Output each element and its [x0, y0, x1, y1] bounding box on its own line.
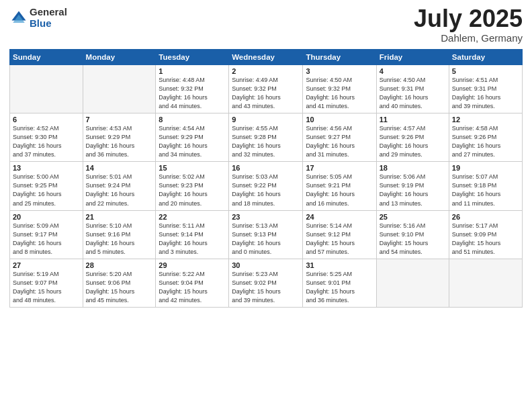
- calendar-cell: 3Sunrise: 4:50 AMSunset: 9:32 PMDaylight…: [303, 65, 376, 113]
- sunset-text: Sunset: 9:29 PM: [86, 133, 153, 142]
- day-number: 25: [380, 213, 446, 221]
- day-number: 17: [306, 164, 373, 172]
- sunrise-text: Sunrise: 4:51 AM: [452, 76, 519, 85]
- sunset-text: Sunset: 9:04 PM: [159, 279, 226, 287]
- sunset-text: Sunset: 9:10 PM: [380, 230, 446, 239]
- sunrise-text: Sunrise: 4:50 AM: [306, 76, 373, 85]
- col-header-friday: Friday: [376, 50, 449, 65]
- calendar-cell: 13Sunrise: 5:00 AMSunset: 9:25 PMDayligh…: [10, 162, 83, 210]
- sunrise-text: Sunrise: 5:25 AM: [306, 270, 373, 279]
- day-number: 29: [159, 261, 226, 269]
- day-info: Sunrise: 5:14 AMSunset: 9:12 PMDaylight:…: [306, 222, 373, 257]
- calendar-cell: 25Sunrise: 5:16 AMSunset: 9:10 PMDayligh…: [376, 210, 449, 259]
- sunrise-text: Sunrise: 5:07 AM: [452, 173, 519, 181]
- day-info: Sunrise: 5:02 AMSunset: 9:23 PMDaylight:…: [159, 173, 226, 208]
- calendar-cell: 18Sunrise: 5:06 AMSunset: 9:19 PMDayligh…: [376, 162, 449, 210]
- daylight-text: Daylight: 16 hoursand 18 minutes.: [232, 190, 300, 208]
- sunrise-text: Sunrise: 5:03 AM: [232, 173, 300, 181]
- sunrise-text: Sunrise: 5:01 AM: [86, 173, 153, 181]
- logo-blue: Blue: [30, 18, 67, 30]
- sunrise-text: Sunrise: 5:23 AM: [232, 270, 300, 279]
- day-info: Sunrise: 4:56 AMSunset: 9:27 PMDaylight:…: [306, 124, 373, 159]
- calendar-week-row: 27Sunrise: 5:19 AMSunset: 9:07 PMDayligh…: [10, 259, 523, 307]
- day-info: Sunrise: 5:16 AMSunset: 9:10 PMDaylight:…: [380, 222, 446, 257]
- sunrise-text: Sunrise: 4:49 AM: [232, 76, 300, 85]
- logo: General Blue: [9, 7, 67, 29]
- daylight-text: Daylight: 16 hoursand 43 minutes.: [232, 93, 300, 111]
- day-number: 23: [232, 213, 300, 221]
- sunrise-text: Sunrise: 5:16 AM: [380, 222, 446, 230]
- daylight-text: Daylight: 16 hoursand 40 minutes.: [380, 93, 446, 111]
- sunrise-text: Sunrise: 4:53 AM: [86, 124, 153, 133]
- sunrise-text: Sunrise: 5:05 AM: [306, 173, 373, 181]
- day-info: Sunrise: 5:05 AMSunset: 9:21 PMDaylight:…: [306, 173, 373, 208]
- sunset-text: Sunset: 9:32 PM: [159, 85, 226, 93]
- day-info: Sunrise: 5:13 AMSunset: 9:13 PMDaylight:…: [232, 222, 300, 257]
- sunrise-text: Sunrise: 5:13 AM: [232, 222, 300, 230]
- day-info: Sunrise: 5:22 AMSunset: 9:04 PMDaylight:…: [159, 270, 226, 305]
- calendar-cell: 9Sunrise: 4:55 AMSunset: 9:28 PMDaylight…: [229, 113, 303, 162]
- daylight-text: Daylight: 16 hoursand 5 minutes.: [86, 239, 153, 257]
- title-block: July 2025 Dahlem, Germany: [414, 7, 523, 44]
- daylight-text: Daylight: 15 hoursand 48 minutes.: [13, 287, 80, 305]
- sunrise-text: Sunrise: 5:06 AM: [380, 173, 446, 181]
- daylight-text: Daylight: 16 hoursand 11 minutes.: [452, 190, 519, 208]
- sunset-text: Sunset: 9:18 PM: [452, 181, 519, 190]
- calendar-week-row: 13Sunrise: 5:00 AMSunset: 9:25 PMDayligh…: [10, 162, 523, 210]
- sunset-text: Sunset: 9:12 PM: [306, 230, 373, 239]
- day-number: 2: [232, 67, 300, 75]
- daylight-text: Daylight: 16 hoursand 34 minutes.: [159, 142, 226, 159]
- sunrise-text: Sunrise: 4:57 AM: [380, 124, 446, 133]
- col-header-sunday: Sunday: [10, 50, 83, 65]
- sunset-text: Sunset: 9:07 PM: [13, 279, 80, 287]
- sunset-text: Sunset: 9:28 PM: [232, 133, 300, 142]
- daylight-text: Daylight: 16 hoursand 13 minutes.: [380, 190, 446, 208]
- day-info: Sunrise: 5:09 AMSunset: 9:17 PMDaylight:…: [13, 222, 80, 257]
- sunrise-text: Sunrise: 4:50 AM: [380, 76, 446, 85]
- calendar-cell: 24Sunrise: 5:14 AMSunset: 9:12 PMDayligh…: [303, 210, 376, 259]
- sunset-text: Sunset: 9:02 PM: [232, 279, 300, 287]
- header: General Blue July 2025 Dahlem, Germany: [9, 7, 523, 44]
- title-location: Dahlem, Germany: [414, 32, 523, 44]
- sunset-text: Sunset: 9:01 PM: [306, 279, 373, 287]
- daylight-text: Daylight: 16 hoursand 20 minutes.: [159, 190, 226, 208]
- day-info: Sunrise: 5:00 AMSunset: 9:25 PMDaylight:…: [13, 173, 80, 208]
- daylight-text: Daylight: 16 hoursand 36 minutes.: [86, 142, 153, 159]
- day-number: 30: [232, 261, 300, 269]
- calendar-cell: 23Sunrise: 5:13 AMSunset: 9:13 PMDayligh…: [229, 210, 303, 259]
- sunrise-text: Sunrise: 4:56 AM: [306, 124, 373, 133]
- day-info: Sunrise: 4:50 AMSunset: 9:32 PMDaylight:…: [306, 76, 373, 111]
- daylight-text: Daylight: 16 hoursand 37 minutes.: [13, 142, 80, 159]
- day-info: Sunrise: 5:03 AMSunset: 9:22 PMDaylight:…: [232, 173, 300, 208]
- calendar-cell: 14Sunrise: 5:01 AMSunset: 9:24 PMDayligh…: [83, 162, 156, 210]
- day-number: 27: [13, 261, 80, 269]
- title-month: July 2025: [414, 7, 523, 31]
- calendar-cell: 26Sunrise: 5:17 AMSunset: 9:09 PMDayligh…: [449, 210, 522, 259]
- sunset-text: Sunset: 9:17 PM: [13, 230, 80, 239]
- calendar-cell: 5Sunrise: 4:51 AMSunset: 9:31 PMDaylight…: [449, 65, 522, 113]
- sunrise-text: Sunrise: 5:14 AM: [306, 222, 373, 230]
- day-info: Sunrise: 5:23 AMSunset: 9:02 PMDaylight:…: [232, 270, 300, 305]
- calendar-cell: 17Sunrise: 5:05 AMSunset: 9:21 PMDayligh…: [303, 162, 376, 210]
- day-number: 13: [13, 164, 80, 172]
- day-info: Sunrise: 4:50 AMSunset: 9:31 PMDaylight:…: [380, 76, 446, 111]
- calendar-table: SundayMondayTuesdayWednesdayThursdayFrid…: [9, 49, 523, 308]
- calendar-cell: 1Sunrise: 4:48 AMSunset: 9:32 PMDaylight…: [156, 65, 229, 113]
- calendar-cell: 20Sunrise: 5:09 AMSunset: 9:17 PMDayligh…: [10, 210, 83, 259]
- sunrise-text: Sunrise: 5:09 AM: [13, 222, 80, 230]
- daylight-text: Daylight: 16 hoursand 0 minutes.: [232, 239, 300, 257]
- daylight-text: Daylight: 15 hoursand 39 minutes.: [232, 287, 300, 305]
- daylight-text: Daylight: 15 hoursand 54 minutes.: [380, 239, 446, 257]
- sunrise-text: Sunrise: 4:58 AM: [452, 124, 519, 133]
- calendar-header-row: SundayMondayTuesdayWednesdayThursdayFrid…: [10, 50, 523, 65]
- day-number: 14: [86, 164, 153, 172]
- daylight-text: Daylight: 15 hoursand 51 minutes.: [452, 239, 519, 257]
- day-number: 9: [232, 116, 300, 124]
- day-number: 21: [86, 213, 153, 221]
- day-info: Sunrise: 5:17 AMSunset: 9:09 PMDaylight:…: [452, 222, 519, 257]
- day-number: 20: [13, 213, 80, 221]
- calendar-cell: 29Sunrise: 5:22 AMSunset: 9:04 PMDayligh…: [156, 259, 229, 307]
- sunrise-text: Sunrise: 4:48 AM: [159, 76, 226, 85]
- daylight-text: Daylight: 16 hoursand 22 minutes.: [86, 190, 153, 208]
- daylight-text: Daylight: 16 hoursand 8 minutes.: [13, 239, 80, 257]
